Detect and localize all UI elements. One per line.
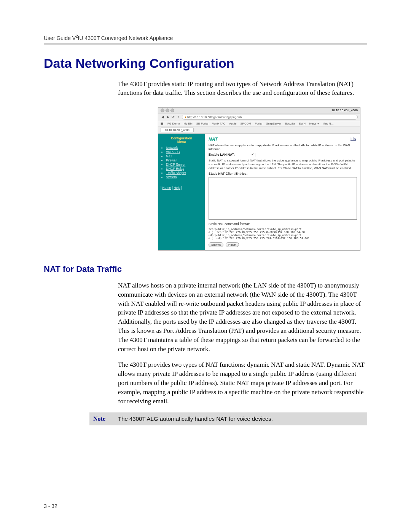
- submit-button[interactable]: Submit: [209, 242, 223, 247]
- browser-tab[interactable]: 10.10.10.60 f_4300: [161, 128, 194, 132]
- static-nat-description: Static NAT is a special form of NAT that…: [209, 159, 356, 170]
- panel-description: NAT allows the voice appliance to map pr…: [209, 144, 356, 151]
- sidebar-item-firewall[interactable]: Firewall: [166, 158, 202, 162]
- note-callout: Note The 4300T ALG automatically handles…: [89, 412, 367, 425]
- browser-tabbar: 10.10.10.60 f_4300: [158, 126, 360, 134]
- bookmarks-bar: ▣ FG Demo My EM SE Portal Vonix TAC Appl…: [158, 121, 360, 126]
- webapp-body: ConfigurationMenu Network VoIP ALG NAT F…: [158, 134, 360, 250]
- bookmarks-toggle-icon[interactable]: ▣: [161, 122, 164, 125]
- config-sidebar: ConfigurationMenu Network VoIP ALG NAT F…: [158, 134, 205, 250]
- document-page: User Guide V2IU 4300T Converged Network …: [0, 0, 411, 532]
- body-paragraph-1: NAT allows hosts on a private internal n…: [118, 281, 367, 353]
- panel-heading: NAT: [209, 137, 218, 142]
- bookmark-item[interactable]: My EM: [184, 122, 193, 125]
- sidebar-menu: Network VoIP ALG NAT Firewall DHCP Serve…: [166, 146, 202, 179]
- entries-label: Static NAT Client Entries:: [209, 172, 356, 176]
- info-link[interactable]: Info: [350, 137, 356, 142]
- add-icon[interactable]: +: [177, 115, 180, 119]
- back-icon[interactable]: ◀: [161, 115, 164, 119]
- bookmark-item[interactable]: SF.COM: [240, 122, 251, 125]
- window-title: 10.10.10.60 f_4300: [331, 109, 358, 112]
- bookmark-item[interactable]: Vonix TAC: [212, 122, 226, 125]
- sidebar-item-system[interactable]: System: [166, 175, 202, 179]
- reset-button[interactable]: Reset: [226, 242, 239, 247]
- page-number: 3 - 32: [44, 503, 57, 509]
- bookmark-item[interactable]: EWN: [299, 122, 306, 125]
- note-text: The 4300T ALG automatically handles NAT …: [118, 415, 273, 422]
- bookmark-item[interactable]: Bugzilla: [285, 122, 295, 125]
- enable-lan-nat-label: Enable LAN NAT:: [209, 153, 235, 157]
- bookmark-item[interactable]: Mac N…: [323, 122, 334, 125]
- sidebar-heading: ConfigurationMenu: [161, 137, 202, 144]
- address-bar[interactable]: ● http://10.10.10.60/cgi-bin/config?page…: [182, 115, 358, 120]
- enable-lan-nat-checkbox[interactable]: [251, 153, 255, 157]
- config-panel: NAT Info NAT allows the voice appliance …: [205, 134, 360, 250]
- traffic-lights: [161, 109, 174, 112]
- note-label: Note: [93, 415, 118, 422]
- sidebar-help-link[interactable]: Help: [174, 186, 180, 190]
- sidebar-item-dhcp-relay[interactable]: DHCP Relay: [166, 167, 202, 171]
- cmd-format-examples: tcp;public_ip_address/netmask-port>priva…: [209, 228, 356, 240]
- browser-toolbar: ◀ ▶ ⟳ + ● http://10.10.10.60/cgi-bin/con…: [158, 113, 360, 121]
- body-paragraph-2: The 4300T provides two types of NAT func…: [118, 360, 367, 406]
- embedded-screenshot: 10.10.10.60 f_4300 ◀ ▶ ⟳ + ● http://10.1…: [158, 107, 360, 251]
- form-buttons: Submit Reset: [209, 242, 356, 247]
- bookmark-item[interactable]: News ▾: [309, 122, 319, 125]
- sidebar-item-nat[interactable]: NAT: [166, 154, 202, 158]
- bookmark-item[interactable]: FG Demo: [167, 122, 180, 125]
- reload-icon[interactable]: ⟳: [171, 115, 175, 119]
- bookmark-item[interactable]: Portal: [255, 122, 263, 125]
- sidebar-item-dhcp-server[interactable]: DHCP Server: [166, 163, 202, 166]
- section-heading: Data Networking Configuration: [44, 56, 367, 71]
- static-nat-entries-textarea[interactable]: [209, 177, 357, 220]
- running-header: User Guide V2IU 4300T Converged Network …: [44, 34, 367, 41]
- sidebar-home-link[interactable]: Home: [162, 186, 171, 190]
- header-rule: [44, 43, 367, 45]
- sidebar-footer-links: | Home | Help |: [161, 186, 202, 190]
- bookmark-item[interactable]: SnapServer: [266, 122, 281, 125]
- bookmark-item[interactable]: Apple: [229, 122, 236, 125]
- forward-icon[interactable]: ▶: [166, 115, 170, 119]
- intro-paragraph: The 4300T provides static IP routing and…: [118, 80, 367, 97]
- window-titlebar: 10.10.10.60 f_4300: [158, 108, 360, 113]
- sidebar-item-traffic-shaper[interactable]: Traffic Shaper: [166, 171, 202, 175]
- enable-lan-nat-row: Enable LAN NAT:: [209, 153, 356, 157]
- bookmark-item[interactable]: SE Portal: [196, 122, 209, 125]
- cmd-format-label: Static NAT command format:: [209, 222, 356, 226]
- sidebar-item-voip-alg[interactable]: VoIP ALG: [166, 150, 202, 154]
- subsection-heading: NAT for Data Traffic: [44, 264, 367, 274]
- sidebar-item-network[interactable]: Network: [166, 146, 202, 150]
